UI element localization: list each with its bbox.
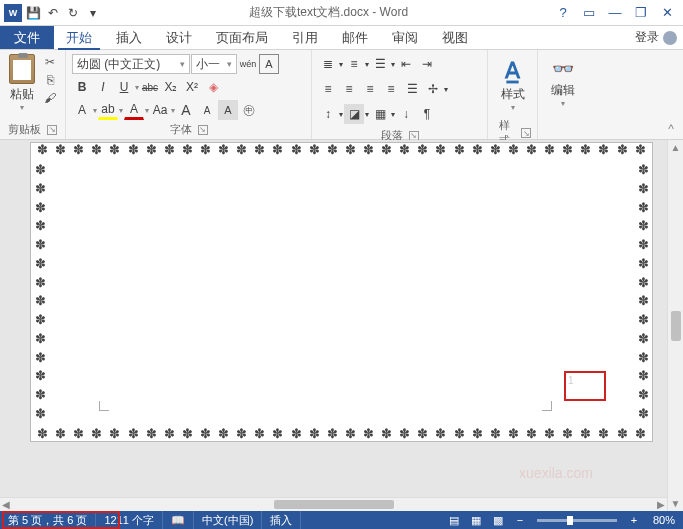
view-web-icon[interactable]: ▩ [487,511,509,529]
styles-button[interactable]: A̲ 样式 ▾ [494,54,531,116]
subscript-button[interactable]: X₂ [161,77,181,97]
window-title: 超级下载text文档.docx - Word [106,4,551,21]
scroll-right-icon[interactable]: ▶ [657,499,665,510]
char-shading-icon[interactable]: A [218,100,238,120]
align-right-icon[interactable]: ≡ [360,79,380,99]
zoom-out-icon[interactable]: − [509,511,531,529]
scroll-up-icon[interactable]: ▲ [671,142,681,153]
undo-icon[interactable]: ↶ [44,4,62,22]
zoom-knob[interactable] [567,516,573,525]
tab-home[interactable]: 开始 [54,26,104,49]
justify-icon[interactable]: ≡ [381,79,401,99]
italic-button[interactable]: I [93,77,113,97]
restore-icon[interactable]: ❐ [629,3,653,23]
decrease-indent-icon[interactable]: ⇤ [396,54,416,74]
copy-icon[interactable]: ⎘ [41,72,59,88]
grow-font-icon[interactable]: A [176,100,196,120]
tab-mailings[interactable]: 邮件 [330,26,380,49]
zoom-level[interactable]: 80% [645,511,683,529]
tab-references[interactable]: 引用 [280,26,330,49]
close-icon[interactable]: ✕ [655,3,679,23]
horizontal-scrollbar[interactable]: ◀ ▶ [0,497,667,511]
strikethrough-button[interactable]: abc [140,77,160,97]
vertical-scrollbar[interactable]: ▲ ▼ [667,140,683,511]
superscript-button[interactable]: X² [182,77,202,97]
bold-button[interactable]: B [72,77,92,97]
border-art-top: ✽✽✽✽✽✽✽✽✽✽✽✽✽✽✽✽✽✽✽✽✽✽✽✽✽✽✽✽✽✽✽✽✽✽ [37,143,646,157]
bullets-icon[interactable]: ≣ [318,54,338,74]
qat-more-icon[interactable]: ▾ [84,4,102,22]
scroll-left-icon[interactable]: ◀ [2,499,10,510]
clipboard-icon [9,54,35,84]
font-launcher-icon[interactable]: ↘ [198,125,208,135]
status-language[interactable]: 中文(中国) [194,511,262,529]
asian-layout-icon[interactable]: ✢ [423,79,443,99]
editing-button[interactable]: 👓 编辑 ▾ [544,54,582,112]
document-area: ✽✽✽✽✽✽✽✽✽✽✽✽✽✽✽✽✽✽✽✽✽✽✽✽✽✽✽✽✽✽✽✽✽✽ ✽✽✽✽✽… [0,140,683,511]
collapse-ribbon-icon[interactable]: ^ [663,121,679,137]
title-bar: W 💾 ↶ ↻ ▾ 超级下载text文档.docx - Word ? ▭ — ❐… [0,0,683,26]
word-app-icon[interactable]: W [4,4,22,22]
multilevel-icon[interactable]: ☰ [370,54,390,74]
clipboard-launcher-icon[interactable]: ↘ [47,125,57,135]
zoom-slider[interactable] [537,519,617,522]
cut-icon[interactable]: ✂ [41,54,59,70]
tab-view[interactable]: 视图 [430,26,480,49]
minimize-icon[interactable]: — [603,3,627,23]
font-size-select[interactable]: 小一▾ [191,54,237,74]
scroll-down-icon[interactable]: ▼ [671,498,681,509]
char-border-icon[interactable]: A [259,54,279,74]
scroll-thumb-h[interactable] [274,500,394,509]
quick-access-toolbar: W 💾 ↶ ↻ ▾ [0,4,106,22]
status-proof-icon[interactable]: 📖 [163,511,194,529]
scroll-thumb-v[interactable] [671,311,681,341]
font-name-select[interactable]: 幼圆 (中文正文)▾ [72,54,190,74]
phonetic-guide-icon[interactable]: wén [238,54,258,74]
border-art-right: ✽✽✽✽✽✽✽✽✽✽✽✽✽✽ [634,163,652,421]
enclose-char-icon[interactable]: ㊥ [239,100,259,120]
zoom-in-icon[interactable]: + [623,511,645,529]
help-icon[interactable]: ? [551,3,575,23]
view-read-icon[interactable]: ▤ [443,511,465,529]
paragraph-launcher-icon[interactable]: ↘ [409,131,419,141]
group-clipboard: 粘贴 ▾ ✂ ⎘ 🖌 剪贴板↘ [0,50,66,139]
borders-icon[interactable]: ▦ [370,104,390,124]
line-spacing-icon[interactable]: ↕ [318,104,338,124]
view-print-icon[interactable]: ▦ [465,511,487,529]
redo-icon[interactable]: ↻ [64,4,82,22]
underline-button[interactable]: U [114,77,134,97]
styles-launcher-icon[interactable]: ↘ [521,128,531,138]
page[interactable]: ✽✽✽✽✽✽✽✽✽✽✽✽✽✽✽✽✽✽✽✽✽✽✽✽✽✽✽✽✽✽✽✽✽✽ ✽✽✽✽✽… [30,142,653,442]
shrink-font-icon[interactable]: A [197,100,217,120]
text-effects-icon[interactable]: A [72,100,92,120]
distributed-icon[interactable]: ☰ [402,79,422,99]
font-color-icon[interactable]: A [124,100,144,120]
ribbon-options-icon[interactable]: ▭ [577,3,601,23]
border-art-bottom: ✽✽✽✽✽✽✽✽✽✽✽✽✽✽✽✽✽✽✽✽✽✽✽✽✽✽✽✽✽✽✽✽✽✽ [37,427,646,441]
tab-layout[interactable]: 页面布局 [204,26,280,49]
shading-icon[interactable]: ◪ [344,104,364,124]
sort-icon[interactable]: ↓ [396,104,416,124]
tab-design[interactable]: 设计 [154,26,204,49]
save-icon[interactable]: 💾 [24,4,42,22]
increase-indent-icon[interactable]: ⇥ [417,54,437,74]
font-group-label: 字体 [170,122,192,137]
clear-format-icon[interactable]: ◈ [203,77,223,97]
tab-insert[interactable]: 插入 [104,26,154,49]
highlight-icon[interactable]: ab [98,100,118,120]
format-painter-icon[interactable]: 🖌 [41,90,59,106]
align-center-icon[interactable]: ≡ [339,79,359,99]
numbering-icon[interactable]: ≡ [344,54,364,74]
signin-area[interactable]: 登录 [635,26,683,49]
change-case-icon[interactable]: Aa [150,100,170,120]
status-words[interactable]: 1211 个字 [96,511,163,529]
status-bar: 第 5 页，共 6 页 1211 个字 📖 中文(中国) 插入 ▤ ▦ ▩ − … [0,511,683,529]
status-insert-mode[interactable]: 插入 [262,511,301,529]
paste-button[interactable]: 粘贴 ▾ [6,54,37,112]
align-left-icon[interactable]: ≡ [318,79,338,99]
crop-mark-br [542,401,552,411]
tab-review[interactable]: 审阅 [380,26,430,49]
tab-file[interactable]: 文件 [0,26,54,49]
status-page[interactable]: 第 5 页，共 6 页 [0,511,96,529]
show-marks-icon[interactable]: ¶ [417,104,437,124]
